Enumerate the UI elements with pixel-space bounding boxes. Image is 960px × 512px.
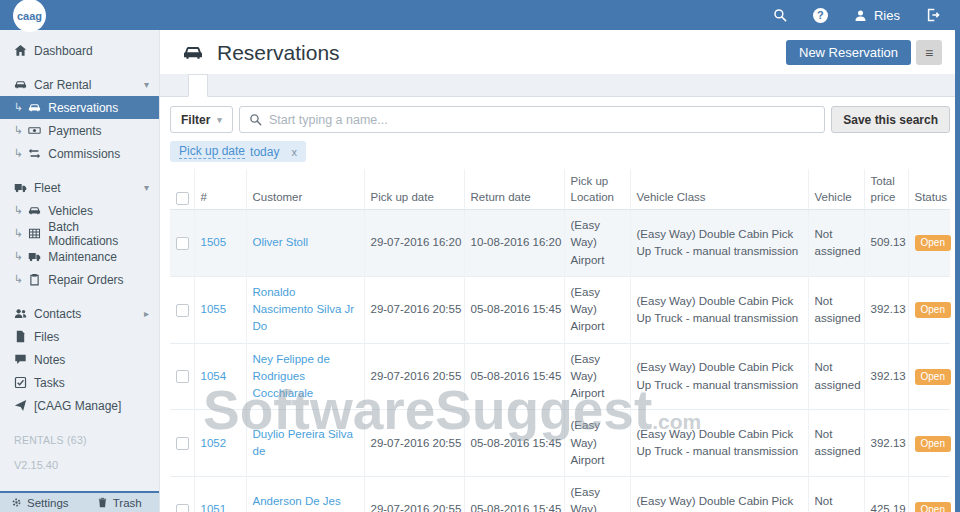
sidebar-item-icon <box>28 273 41 286</box>
chip-remove-icon[interactable]: x <box>291 146 297 158</box>
status-badge[interactable]: Open <box>915 502 951 512</box>
customer-link[interactable]: Ney Felippe de Rodrigues Cocchiarale <box>253 353 330 400</box>
reservation-id-link[interactable]: 1054 <box>201 370 227 382</box>
status-badge[interactable]: Open <box>915 369 951 385</box>
sign-out-icon[interactable] <box>926 8 940 22</box>
sidebar-item-files[interactable]: ↳ Files <box>0 325 159 348</box>
reservation-id-link[interactable]: 1055 <box>201 303 227 315</box>
sidebar-item-commissions[interactable]: ↳ Commissions <box>0 142 159 165</box>
tab-tomorrow-pick-ups[interactable] <box>226 74 244 96</box>
sidebar-item-fleet[interactable]: ↳ Fleet ▾ <box>0 176 159 199</box>
sidebar-item-repair-orders[interactable]: ↳ Repair Orders <box>0 268 159 291</box>
column-header-pickup-date: Pick up date <box>364 169 464 210</box>
customer-link[interactable]: Anderson De Jes Araujo Rodgrigues <box>253 495 348 512</box>
sidebar: ↳ Dashboard ↳ Car Rental ▾ ↳ Reservation… <box>0 30 160 512</box>
status-badge[interactable]: Open <box>915 436 951 452</box>
chip-value: today <box>250 145 279 159</box>
main-content: Reservations New Reservation ≡ Filter ▾ … <box>160 30 960 512</box>
filter-label: Filter <box>181 113 210 127</box>
reservation-id-link[interactable]: 1052 <box>201 437 227 449</box>
sidebar-item-reservations[interactable]: ↳ Reservations <box>0 96 159 119</box>
pickup-location-cell: (Easy Way) Airport <box>564 343 630 410</box>
return-date-cell: 05-08-2016 15:45 <box>464 410 564 477</box>
sidebar-item-notes[interactable]: ↳ Notes <box>0 348 159 371</box>
save-search-button[interactable]: Save this search <box>831 106 950 133</box>
pickup-date-cell: 29-07-2016 20:55 <box>364 410 464 477</box>
tab-tomorrow-returns[interactable] <box>244 74 262 96</box>
sidebar-item-payments[interactable]: ↳ Payments <box>0 119 159 142</box>
sidebar-item-car-rental[interactable]: ↳ Car Rental ▾ <box>0 73 159 96</box>
search-input[interactable] <box>269 113 815 127</box>
total-price-cell: 509.13 <box>864 210 908 277</box>
search-box <box>239 106 825 133</box>
page-header: Reservations New Reservation ≡ <box>160 30 960 74</box>
select-all-checkbox[interactable] <box>176 192 189 205</box>
settings-button[interactable]: Settings <box>0 493 80 512</box>
sub-level-arrow-icon: ↳ <box>14 273 23 286</box>
return-date-cell: 10-08-2016 16:20 <box>464 210 564 277</box>
column-header-vehicle: Vehicle <box>808 169 864 210</box>
tab-todays-returns[interactable] <box>208 74 226 96</box>
hamburger-menu-button[interactable]: ≡ <box>916 40 942 65</box>
column-header-total-price: Total price <box>864 169 908 210</box>
table-row: 1505 Oliver Stoll 29-07-2016 16:20 10-08… <box>170 210 950 277</box>
row-checkbox[interactable] <box>176 504 189 512</box>
tab-all[interactable] <box>170 74 188 96</box>
customer-link[interactable]: Ronaldo Nascimento Silva Jr Do <box>253 286 355 333</box>
sidebar-item-icon <box>14 307 27 320</box>
sidebar-item-caag-manage[interactable]: ↳ [CAAG Manage] <box>0 394 159 417</box>
user-menu[interactable]: Ries <box>854 8 900 23</box>
customer-link[interactable]: Oliver Stoll <box>253 236 309 248</box>
sidebar-item-batch-modifications[interactable]: ↳ Batch Modifications <box>0 222 159 245</box>
search-icon[interactable] <box>773 8 787 22</box>
row-checkbox[interactable] <box>176 304 189 317</box>
new-reservation-button[interactable]: New Reservation <box>786 40 911 65</box>
sidebar-item-label: Tasks <box>34 376 65 390</box>
sidebar-item-dashboard[interactable]: ↳ Dashboard <box>0 39 159 62</box>
row-checkbox[interactable] <box>176 370 189 383</box>
tab-rental[interactable] <box>262 74 280 96</box>
caag-logo: caag <box>13 0 46 32</box>
reservation-id-link[interactable]: 1505 <box>201 236 227 248</box>
status-badge[interactable]: Open <box>915 235 951 251</box>
status-badge[interactable]: Open <box>915 302 951 318</box>
sidebar-item-icon <box>14 78 27 91</box>
help-icon[interactable]: ? <box>813 8 828 23</box>
customer-link[interactable]: Duylio Pereira Silva de <box>253 428 353 457</box>
logo-text: caag <box>17 10 42 22</box>
caret-icon: ▾ <box>144 79 149 90</box>
sidebar-item-label: Contacts <box>34 307 81 321</box>
sidebar-item-tasks[interactable]: ↳ Tasks <box>0 371 159 394</box>
sub-level-arrow-icon: ↳ <box>14 250 23 263</box>
sidebar-item-contacts[interactable]: ↳ Contacts ▸ <box>0 302 159 325</box>
pickup-location-cell: (Easy Way) Airport <box>564 477 630 512</box>
tab-completed[interactable] <box>280 74 298 96</box>
return-date-cell: 05-08-2016 15:45 <box>464 477 564 512</box>
scrollbar[interactable] <box>955 30 960 512</box>
filter-dropdown-button[interactable]: Filter ▾ <box>170 106 233 133</box>
sidebar-item-label: Commissions <box>48 147 120 161</box>
row-checkbox[interactable] <box>176 437 189 450</box>
pickup-location-cell: (Easy Way) Airport <box>564 410 630 477</box>
search-icon <box>249 113 262 126</box>
pickup-location-cell: (Easy Way) Airport <box>564 276 630 343</box>
sidebar-item-label: Notes <box>34 353 65 367</box>
sidebar-item-maintenance[interactable]: ↳ Maintenance <box>0 245 159 268</box>
row-checkbox[interactable] <box>176 237 189 250</box>
sidebar-bottom-bar: Settings Trash <box>0 491 159 512</box>
table-row: 1051 Anderson De Jes Araujo Rodgrigues 2… <box>170 477 950 512</box>
chip-field-link[interactable]: Pick up date <box>179 144 245 159</box>
tab-todays-pick-ups[interactable] <box>188 74 208 97</box>
reservation-id-link[interactable]: 1051 <box>201 503 227 512</box>
sub-level-arrow-icon: ↳ <box>14 204 23 217</box>
sidebar-item-label: Car Rental <box>34 78 91 92</box>
trash-button[interactable]: Trash <box>80 493 160 512</box>
sidebar-item-label: Repair Orders <box>48 273 123 287</box>
column-header-pickup-location: Pick up Location <box>564 169 630 210</box>
rentals-count-label: RENTALS (63) <box>0 434 159 446</box>
sidebar-item-icon <box>28 101 41 114</box>
reservations-table: # Customer Pick up date Return date Pick… <box>170 169 950 512</box>
total-price-cell: 425.19 <box>864 477 908 512</box>
sidebar-item-icon <box>14 330 27 343</box>
column-header-customer: Customer <box>246 169 364 210</box>
